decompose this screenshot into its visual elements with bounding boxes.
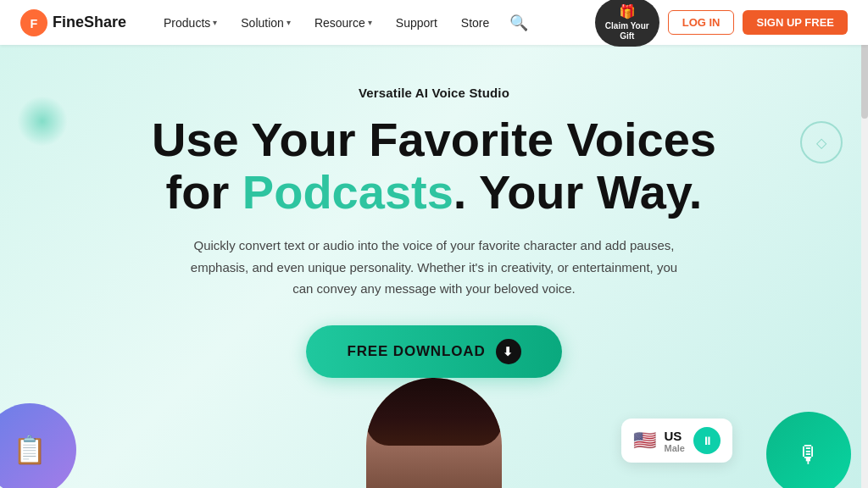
svg-text:F: F	[31, 16, 38, 30]
download-button-label: FREE DOWNLOAD	[347, 343, 485, 360]
chevron-down-icon: ▾	[213, 18, 217, 27]
nav-item-store[interactable]: Store	[451, 11, 499, 35]
hero-title: Use Your Favorite Voices for Podcasts. Y…	[152, 114, 716, 218]
microphone-icon: 🎙	[797, 441, 821, 469]
nav-item-resource[interactable]: Resource ▾	[304, 11, 382, 35]
hero-description: Quickly convert text or audio into the v…	[180, 235, 688, 300]
voice-country: US	[665, 429, 685, 443]
voice-card: 🇺🇸 US Male ⏸	[621, 419, 732, 463]
scrollbar[interactable]	[861, 0, 868, 488]
nav-label-products: Products	[164, 16, 210, 30]
nav-label-solution: Solution	[241, 16, 284, 30]
nav-item-support[interactable]: Support	[386, 11, 448, 35]
decorative-blob	[17, 96, 68, 147]
free-download-button[interactable]: FREE DOWNLOAD ⬇	[306, 325, 561, 378]
flag-icon: 🇺🇸	[633, 430, 656, 452]
logo[interactable]: F FineShare	[20, 9, 126, 36]
decorative-circle-left: 📋	[0, 403, 76, 488]
search-icon[interactable]: 🔍	[509, 14, 528, 32]
hero-title-highlight: Podcasts	[242, 165, 453, 219]
chevron-down-icon: ▾	[287, 18, 291, 27]
claim-label: Claim YourGift	[605, 21, 649, 42]
decorative-circle-top-right: ◇	[800, 121, 843, 164]
person-image	[349, 378, 519, 488]
nav-label-resource: Resource	[314, 16, 365, 30]
nav-label-store: Store	[461, 16, 489, 30]
nav-label-support: Support	[396, 16, 437, 30]
pause-icon[interactable]: ⏸	[693, 427, 721, 454]
hero-title-line1: Use Your Favorite Voices	[152, 113, 716, 166]
hero-title-suffix: . Your Way.	[453, 165, 703, 219]
navbar: F FineShare Products ▾ Solution ▾ Resour…	[0, 0, 868, 45]
nav-links: Products ▾ Solution ▾ Resource ▾ Support…	[153, 11, 595, 35]
download-icon: ⬇	[496, 339, 521, 364]
nav-right: 🎁 Claim YourGift LOG IN SIGN UP FREE	[595, 0, 848, 47]
decorative-circle-right: 🎙	[766, 412, 851, 488]
signup-button[interactable]: SIGN UP FREE	[743, 10, 848, 35]
login-button[interactable]: LOG IN	[668, 10, 735, 35]
voice-info: US Male	[665, 429, 685, 453]
document-icon: 📋	[13, 434, 47, 466]
chevron-down-icon: ▾	[368, 18, 372, 27]
nav-item-solution[interactable]: Solution ▾	[231, 11, 301, 35]
nav-item-products[interactable]: Products ▾	[153, 11, 227, 35]
claim-gift-button[interactable]: 🎁 Claim YourGift	[595, 0, 659, 47]
voice-gender: Male	[665, 443, 685, 453]
brand-name: FineShare	[53, 14, 126, 31]
gift-icon: 🎁	[619, 3, 636, 19]
hero-subtitle: Versatile AI Voice Studio	[359, 86, 509, 100]
hero-section: ◇ Versatile AI Voice Studio Use Your Fav…	[0, 45, 868, 488]
hero-title-line2-plain: for	[166, 165, 242, 219]
person-silhouette	[366, 378, 502, 488]
